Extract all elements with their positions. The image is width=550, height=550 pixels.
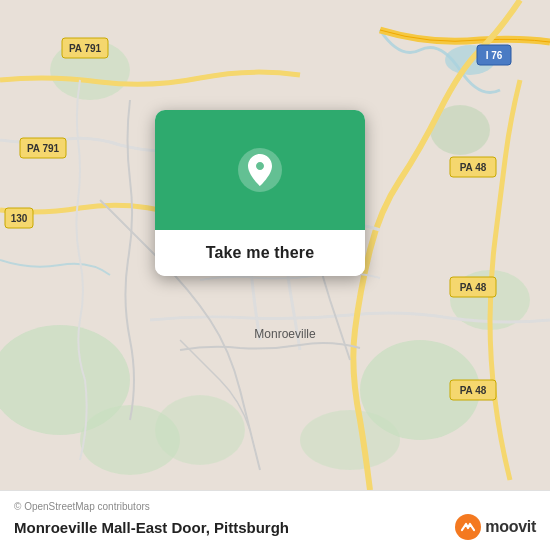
bottom-bar: © OpenStreetMap contributors Monroeville…	[0, 490, 550, 550]
moovit-logo: moovit	[455, 514, 536, 540]
svg-text:PA 48: PA 48	[460, 385, 487, 396]
svg-text:I 76: I 76	[486, 50, 503, 61]
attribution-text: © OpenStreetMap contributors	[14, 501, 536, 512]
svg-point-8	[300, 410, 400, 470]
svg-text:PA 48: PA 48	[460, 162, 487, 173]
location-pin-icon	[236, 146, 284, 194]
bottom-row: Monroeville Mall-East Door, Pittsburgh m…	[14, 514, 536, 540]
svg-text:PA 791: PA 791	[69, 43, 102, 54]
location-label: Monroeville Mall-East Door, Pittsburgh	[14, 519, 289, 536]
svg-text:PA 48: PA 48	[460, 282, 487, 293]
take-me-there-button[interactable]: Take me there	[155, 230, 365, 276]
svg-text:PA 791: PA 791	[27, 143, 60, 154]
popup-card: Take me there	[155, 110, 365, 276]
svg-text:Monroeville: Monroeville	[254, 327, 316, 341]
popup-header	[155, 110, 365, 230]
moovit-icon	[455, 514, 481, 540]
moovit-text: moovit	[485, 518, 536, 536]
svg-text:130: 130	[11, 213, 28, 224]
map-container[interactable]: PA 791 PA 791 I 76 PA 48 PA 48 PA 48 130…	[0, 0, 550, 490]
svg-point-7	[155, 395, 245, 465]
